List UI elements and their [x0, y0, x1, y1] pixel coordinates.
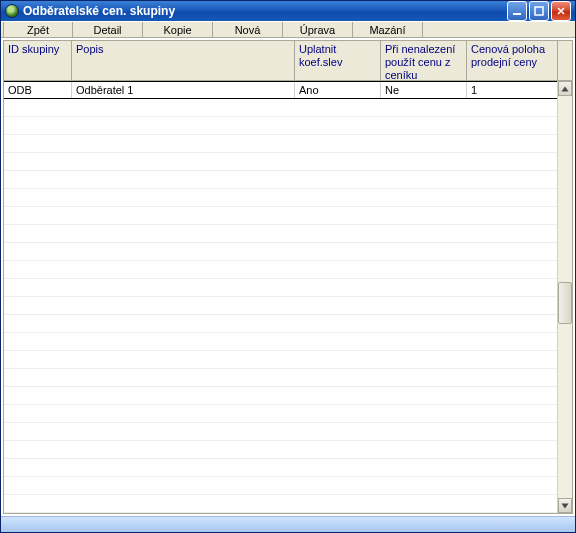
empty-row: [4, 369, 557, 387]
detail-button[interactable]: Detail: [73, 22, 143, 37]
cell-id: ODB: [4, 82, 72, 98]
empty-row: [4, 351, 557, 369]
scroll-thumb[interactable]: [558, 282, 572, 324]
vertical-scrollbar[interactable]: [557, 81, 572, 513]
copy-button[interactable]: Kopie: [143, 22, 213, 37]
window-buttons: [507, 1, 571, 21]
cell-apply: Ano: [295, 82, 381, 98]
empty-row: [4, 225, 557, 243]
empty-row: [4, 405, 557, 423]
svg-rect-0: [513, 13, 521, 15]
grid-header: ID skupiny Popis Uplatnit koef.slev Při …: [4, 41, 572, 81]
col-header-id[interactable]: ID skupiny: [4, 41, 72, 80]
empty-row: [4, 261, 557, 279]
cell-pricepos: 1: [467, 82, 557, 98]
col-header-desc[interactable]: Popis: [72, 41, 295, 80]
grid-rows: ODB Odběratel 1 Ano Ne 1: [4, 81, 557, 513]
scroll-up-button[interactable]: [558, 81, 572, 96]
minimize-button[interactable]: [507, 1, 527, 21]
empty-row: [4, 297, 557, 315]
app-icon: [5, 4, 19, 18]
back-button[interactable]: Zpět: [3, 22, 73, 37]
empty-row: [4, 243, 557, 261]
window-title: Odběratelské cen. skupiny: [23, 4, 507, 18]
empty-row: [4, 117, 557, 135]
edit-button[interactable]: Úprava: [283, 22, 353, 37]
empty-row: [4, 207, 557, 225]
window: Odběratelské cen. skupiny Zpět Detail Ko…: [0, 0, 576, 533]
empty-row: [4, 99, 557, 117]
empty-row: [4, 279, 557, 297]
empty-row: [4, 387, 557, 405]
new-button[interactable]: Nová: [213, 22, 283, 37]
empty-row: [4, 135, 557, 153]
grid-body: ODB Odběratel 1 Ano Ne 1: [4, 81, 572, 513]
empty-row: [4, 477, 557, 495]
svg-rect-1: [535, 7, 543, 15]
cell-fallback: Ne: [381, 82, 467, 98]
cell-desc: Odběratel 1: [72, 82, 295, 98]
titlebar: Odběratelské cen. skupiny: [1, 1, 575, 21]
empty-row: [4, 423, 557, 441]
table-row[interactable]: ODB Odběratel 1 Ano Ne 1: [4, 81, 557, 99]
scroll-track[interactable]: [558, 96, 572, 498]
empty-row: [4, 153, 557, 171]
empty-row: [4, 315, 557, 333]
empty-row: [4, 171, 557, 189]
scroll-down-button[interactable]: [558, 498, 572, 513]
scroll-corner: [557, 41, 572, 80]
col-header-fallback[interactable]: Při nenalezení použít cenu z ceníku: [381, 41, 467, 80]
grid: ID skupiny Popis Uplatnit koef.slev Při …: [3, 40, 573, 514]
close-button[interactable]: [551, 1, 571, 21]
empty-row: [4, 189, 557, 207]
delete-button[interactable]: Mazání: [353, 22, 423, 37]
statusbar: [1, 516, 575, 532]
empty-row: [4, 459, 557, 477]
toolbar: Zpět Detail Kopie Nová Úprava Mazání: [1, 21, 575, 38]
empty-row: [4, 495, 557, 513]
col-header-apply[interactable]: Uplatnit koef.slev: [295, 41, 381, 80]
col-header-pricepos[interactable]: Cenová poloha prodejní ceny: [467, 41, 557, 80]
empty-row: [4, 441, 557, 459]
empty-row: [4, 333, 557, 351]
maximize-button[interactable]: [529, 1, 549, 21]
